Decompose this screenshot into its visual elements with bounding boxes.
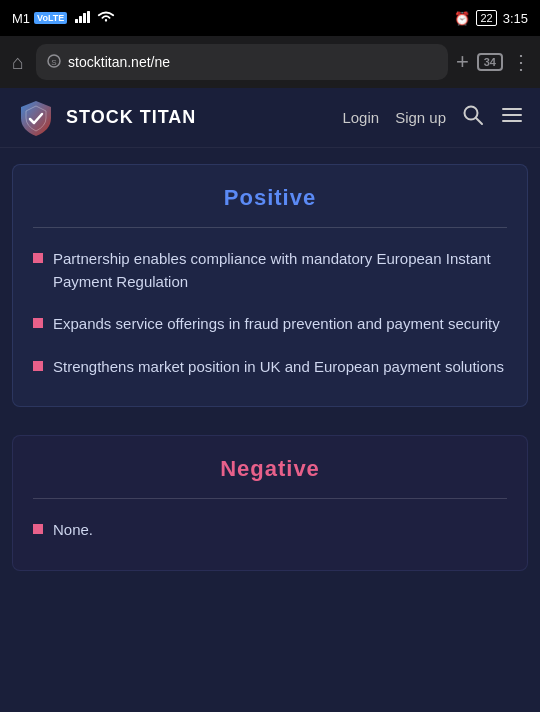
negative-section: Negative None.: [12, 435, 528, 571]
svg-text:S: S: [51, 58, 56, 67]
battery-indicator: 22: [476, 10, 496, 26]
logo-text: STOCK TITAN: [66, 107, 196, 128]
positive-item-3: Strengthens market position in UK and Eu…: [53, 356, 504, 379]
list-item: Expands service offerings in fraud preve…: [33, 313, 507, 336]
url-text: stocktitan.net/ne: [68, 54, 438, 70]
positive-list: Partnership enables compliance with mand…: [33, 248, 507, 378]
new-tab-button[interactable]: +: [456, 49, 469, 75]
status-bar: M1 VoLTE ⏰ 22 3:15: [0, 0, 540, 36]
status-right: ⏰ 22 3:15: [454, 10, 528, 26]
nav-actions: Login Sign up: [342, 103, 524, 132]
carrier-label: M1: [12, 11, 30, 26]
svg-rect-0: [75, 19, 78, 23]
list-item: Strengthens market position in UK and Eu…: [33, 356, 507, 379]
browser-bar: ⌂ S stocktitan.net/ne + 34 ⋮: [0, 36, 540, 88]
bullet-icon: [33, 318, 43, 328]
negative-item-1: None.: [53, 519, 93, 542]
svg-line-7: [476, 118, 482, 124]
positive-item-1: Partnership enables compliance with mand…: [53, 248, 507, 293]
logo: STOCK TITAN: [16, 98, 196, 138]
negative-divider: [33, 498, 507, 499]
main-content: Positive Partnership enables compliance …: [0, 148, 540, 571]
svg-rect-3: [87, 11, 90, 23]
negative-title: Negative: [33, 456, 507, 482]
signal-icon: [75, 11, 91, 26]
positive-title: Positive: [33, 185, 507, 211]
search-icon[interactable]: [462, 104, 484, 131]
signup-link[interactable]: Sign up: [395, 109, 446, 126]
status-left: M1 VoLTE: [12, 10, 115, 27]
bullet-icon: [33, 253, 43, 263]
list-item: Partnership enables compliance with mand…: [33, 248, 507, 293]
login-link[interactable]: Login: [342, 109, 379, 126]
volte-badge: VoLTE: [34, 12, 67, 24]
positive-divider: [33, 227, 507, 228]
positive-item-2: Expands service offerings in fraud preve…: [53, 313, 500, 336]
logo-icon: [16, 98, 56, 138]
browser-menu-button[interactable]: ⋮: [511, 50, 532, 74]
wifi-icon: [97, 10, 115, 27]
list-item: None.: [33, 519, 507, 542]
alarm-icon: ⏰: [454, 11, 470, 26]
positive-section: Positive Partnership enables compliance …: [12, 164, 528, 407]
bullet-icon: [33, 524, 43, 534]
hamburger-menu-icon[interactable]: [500, 103, 524, 132]
svg-rect-2: [83, 13, 86, 23]
svg-rect-1: [79, 16, 82, 23]
home-button[interactable]: ⌂: [8, 47, 28, 78]
bullet-icon: [33, 361, 43, 371]
nav-bar: STOCK TITAN Login Sign up: [0, 88, 540, 148]
tab-count[interactable]: 34: [477, 53, 503, 71]
time-display: 3:15: [503, 11, 528, 26]
security-icon: S: [46, 53, 62, 72]
negative-list: None.: [33, 519, 507, 542]
battery-level: 22: [476, 10, 496, 26]
url-bar[interactable]: S stocktitan.net/ne: [36, 44, 448, 80]
